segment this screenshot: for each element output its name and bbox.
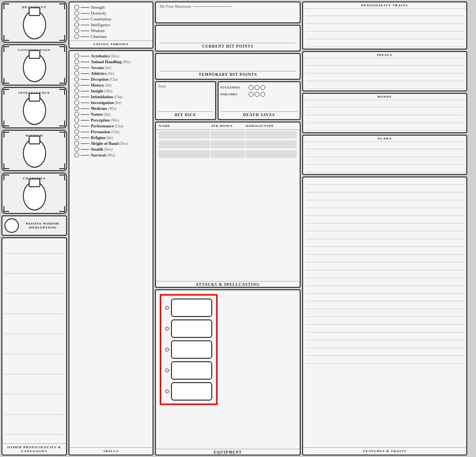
skill-circle-3[interactable] — [74, 71, 79, 76]
hp-max-line — [193, 6, 232, 7]
successes-label: SUCCESSES — [221, 86, 247, 89]
attacks-box: NAME ATK BONUS DAMAGE/TYPE — [155, 122, 301, 288]
skill-row-16: Stealth (Dex) — [71, 146, 151, 152]
attack-row-2[interactable] — [156, 140, 300, 149]
skill-circle-0[interactable] — [74, 53, 79, 58]
personality-traits-content[interactable] — [303, 9, 466, 49]
save-line-0 — [81, 7, 89, 8]
ideals-label: IDEALS — [303, 52, 466, 58]
skill-line-3 — [81, 73, 89, 74]
skill-circle-11[interactable] — [74, 118, 79, 123]
skill-circle-2[interactable] — [74, 65, 79, 70]
skill-name-17: Survival (Wis) — [91, 153, 115, 158]
equipment-dot-4 — [165, 369, 169, 372]
skill-circle-5[interactable] — [74, 83, 79, 88]
skill-circle-12[interactable] — [74, 123, 79, 128]
save-row-2: Constitution — [71, 16, 151, 22]
charisma-oval[interactable] — [23, 181, 46, 211]
attack-cell-bonus-2[interactable] — [211, 141, 245, 148]
passive-wisdom-box: PASSIVE WISDOM (PERCEPTION) — [1, 215, 67, 236]
failure-circle-2[interactable] — [255, 92, 259, 97]
save-name-2: Constitution — [91, 17, 111, 21]
attack-cell-damage-3[interactable] — [246, 150, 297, 158]
hit-dice-label: HIT DICE — [158, 111, 213, 117]
attack-cell-damage-2[interactable] — [246, 141, 297, 148]
save-circle-0[interactable] — [74, 5, 79, 10]
skill-circle-4[interactable] — [74, 77, 79, 82]
ideals-box: IDEALS — [302, 51, 467, 91]
save-name-3: Intelligence — [91, 22, 110, 27]
save-circle-5[interactable] — [74, 34, 79, 39]
skill-line-10 — [81, 114, 89, 115]
equipment-item-5[interactable] — [165, 382, 212, 401]
skill-row-4: Deception (Cha) — [71, 76, 151, 82]
intelligence-oval[interactable] — [23, 96, 46, 125]
skill-circle-1[interactable] — [74, 59, 79, 64]
flaws-label: FLAWS — [303, 136, 466, 142]
attack-cell-name-2[interactable] — [159, 141, 210, 148]
skill-row-17: Survival (Wis) — [71, 152, 151, 158]
flaws-content[interactable] — [303, 142, 466, 174]
ideals-content[interactable] — [303, 58, 466, 90]
attack-cell-bonus-1[interactable] — [211, 131, 245, 139]
skill-row-1: Animal Handling (Wis) — [71, 59, 151, 65]
skill-row-5: History (Int) — [71, 82, 151, 88]
equipment-item-3[interactable] — [165, 340, 212, 359]
skill-name-14: Religion (Int) — [91, 135, 113, 140]
save-circle-4[interactable] — [74, 28, 79, 33]
skill-row-15: Sleight of Hand (Dex) — [71, 141, 151, 146]
failure-circle-1[interactable] — [249, 92, 254, 97]
save-circle-3[interactable] — [74, 22, 79, 27]
dexterity-oval[interactable] — [23, 10, 46, 39]
skill-circle-6[interactable] — [74, 88, 79, 93]
skill-circle-13[interactable] — [74, 129, 79, 134]
personality-column: PERSONALITY TRAITS IDEALS BONDS FLAWS — [302, 1, 467, 456]
skill-circle-7[interactable] — [74, 94, 79, 99]
proficiency-line — [4, 428, 64, 435]
skill-circle-9[interactable] — [74, 106, 79, 111]
proficiencies-area[interactable] — [4, 240, 64, 441]
passive-wisdom-circle[interactable] — [4, 218, 19, 233]
success-circle-3[interactable] — [260, 85, 265, 90]
attack-row-3[interactable] — [156, 149, 300, 159]
save-circle-1[interactable] — [74, 11, 79, 16]
saving-throws-label: SAVING THROWS — [69, 40, 153, 48]
skill-circle-15[interactable] — [74, 141, 79, 146]
equipment-item-4[interactable] — [165, 361, 212, 380]
skill-circle-17[interactable] — [74, 153, 79, 158]
success-circle-1[interactable] — [249, 85, 254, 90]
attack-cell-bonus-3[interactable] — [211, 150, 245, 158]
saving-throws-rows: Strength Dexterity Constitution Intellig… — [69, 2, 153, 40]
skill-line-11 — [81, 120, 89, 121]
failure-circle-3[interactable] — [260, 92, 265, 97]
save-circle-2[interactable] — [74, 17, 79, 21]
skill-circle-10[interactable] — [74, 112, 79, 117]
skill-circle-14[interactable] — [74, 135, 79, 140]
attack-cell-damage-1[interactable] — [246, 131, 297, 139]
skill-circle-8[interactable] — [74, 100, 79, 105]
wisdom-oval[interactable] — [23, 139, 46, 168]
features-content[interactable] — [303, 177, 466, 447]
current-hp-box[interactable]: CURRENT HIT POINTS — [155, 25, 301, 52]
skills-label: SKILLS — [69, 447, 153, 455]
skill-circle-16[interactable] — [74, 147, 79, 152]
equipment-label: EQUIPMENT — [156, 449, 300, 455]
equipment-dot-5 — [165, 389, 169, 393]
equipment-item-1[interactable] — [165, 299, 212, 317]
skill-name-6: Insight (Wis) — [91, 88, 112, 93]
skill-line-13 — [81, 132, 89, 132]
attack-row-1[interactable] — [156, 130, 300, 140]
hp-max-box: Hit Point Maximum — [155, 1, 301, 23]
skill-line-15 — [81, 143, 89, 144]
charisma-box: CHARISMA — [1, 173, 67, 214]
success-circle-2[interactable] — [255, 85, 259, 90]
attack-cell-name-3[interactable] — [159, 150, 210, 158]
skills-rows: Acrobatics (Dex) Animal Handling (Wis) A… — [69, 51, 153, 447]
save-name-5: Charisma — [91, 34, 107, 39]
equipment-item-2[interactable] — [165, 319, 212, 338]
constitution-oval[interactable] — [23, 53, 46, 82]
character-sheet: DEXTERITY CONSTITUTION INTELLIGENCE — [0, 0, 476, 457]
attack-cell-name-1[interactable] — [159, 131, 210, 139]
bonds-content[interactable] — [303, 100, 466, 132]
total-label: Total — [158, 84, 213, 88]
